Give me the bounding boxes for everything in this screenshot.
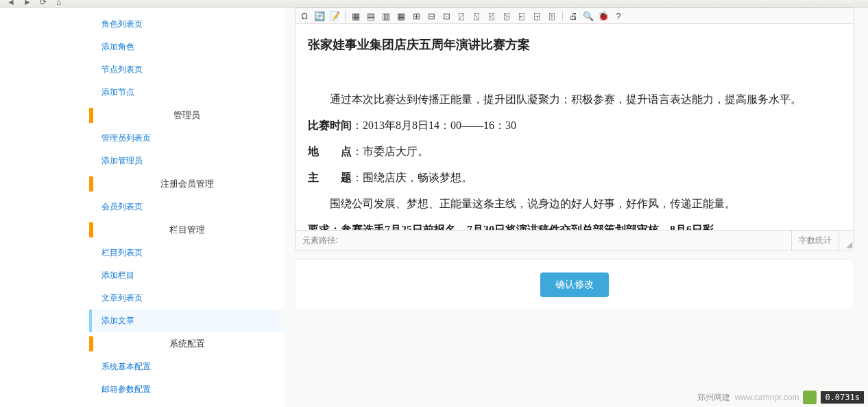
toolbar-button-icon[interactable]: ⍄ bbox=[501, 10, 513, 22]
article-time[interactable]: 比赛时间：2013年8月8日14：00——16：30 bbox=[308, 115, 841, 137]
toolbar-button-icon[interactable]: ⊟ bbox=[425, 10, 437, 22]
editor-toolbar: Ω🔄📝▦▤▥▦⊞⊟⊡⍁⍂⍃⍄⍇⍈⍐🖨🔍🐞? bbox=[296, 8, 854, 24]
sidebar-item[interactable]: 添加管理员 bbox=[89, 150, 285, 172]
word-count[interactable]: 字数统计 bbox=[791, 231, 839, 251]
footer-brand: 郑州网建 www.camnpr.com 0.0731s bbox=[697, 391, 864, 404]
sidebar-item[interactable]: 管理员列表页 bbox=[89, 127, 285, 150]
article-place[interactable]: 地 点：市委店大厅。 bbox=[308, 141, 841, 163]
page-timing: 0.0731s bbox=[821, 391, 864, 404]
editor-content-area[interactable]: 张家娃事业集团店庆五周年演讲比赛方案 通过本次比赛达到传播正能量，提升团队凝聚力… bbox=[296, 24, 854, 230]
element-path[interactable]: 元素路径: bbox=[296, 231, 791, 251]
toolbar-button-icon[interactable]: ▤ bbox=[365, 10, 377, 22]
article-topic[interactable]: 主 题：围绕店庆，畅谈梦想。 bbox=[308, 167, 841, 189]
toolbar-button-icon[interactable]: 🔄 bbox=[313, 10, 326, 22]
sidebar-item[interactable]: 系统基本配置 bbox=[89, 356, 285, 378]
article-req[interactable]: 要求：参赛选手7月25日前报名，7月30日将演讲稿件交到总部策划部审核，8月6日… bbox=[308, 219, 841, 230]
sidebar-item[interactable]: 添加栏目 bbox=[89, 264, 285, 287]
sidebar-item[interactable]: 添加文章 bbox=[89, 310, 285, 332]
sidebar-header-label: 栏目管理 bbox=[169, 224, 205, 235]
sidebar-item[interactable]: 节点列表页 bbox=[89, 58, 285, 81]
sidebar-item[interactable]: 文章列表页 bbox=[89, 287, 285, 310]
toolbar-separator bbox=[345, 11, 346, 21]
toolbar-button-icon[interactable]: Ω bbox=[298, 10, 311, 22]
sidebar-header: 注册会员管理 bbox=[89, 172, 285, 196]
header-bar-icon bbox=[89, 176, 93, 191]
toolbar-button-icon[interactable]: ⊡ bbox=[440, 10, 453, 22]
sidebar-header: 栏目管理 bbox=[89, 218, 285, 242]
brand-logo-icon bbox=[803, 391, 817, 404]
toolbar-button-icon[interactable]: 🖨 bbox=[567, 10, 579, 22]
sidebar-header-label: 注册会员管理 bbox=[160, 178, 214, 189]
toolbar-button-icon[interactable]: ▦ bbox=[350, 10, 362, 22]
header-bar-icon bbox=[89, 222, 93, 237]
back-icon[interactable]: ◄ bbox=[7, 0, 18, 8]
toolbar-button-icon[interactable]: ? bbox=[612, 10, 625, 22]
resize-handle-icon[interactable]: ◢ bbox=[839, 231, 854, 251]
refresh-icon[interactable]: ⟳ bbox=[40, 0, 51, 8]
toolbar-button-icon[interactable]: 🔍 bbox=[582, 10, 594, 22]
article-intro[interactable]: 通过本次比赛达到传播正能量，提升团队凝聚力；积极参赛，提升语言表达能力，提高服务… bbox=[308, 89, 841, 111]
toolbar-button-icon[interactable]: 📝 bbox=[328, 10, 341, 22]
toolbar-button-icon[interactable]: ⍃ bbox=[485, 10, 498, 22]
sidebar-header: 管理员 bbox=[89, 104, 285, 127]
sidebar-header-label: 系统配置 bbox=[169, 338, 205, 349]
sidebar-header-label: 管理员 bbox=[173, 110, 200, 120]
home-icon[interactable]: ⌂ bbox=[56, 0, 67, 8]
browser-top-bar: ◄ ► ⟳ ⌂ bbox=[0, 0, 868, 8]
toolbar-separator bbox=[562, 11, 563, 21]
brand-text: 郑州网建 bbox=[697, 392, 730, 404]
sidebar-item[interactable]: 添加角色 bbox=[89, 36, 285, 58]
rich-text-editor: Ω🔄📝▦▤▥▦⊞⊟⊡⍁⍂⍃⍄⍇⍈⍐🖨🔍🐞? 张家娃事业集团店庆五周年演讲比赛方案… bbox=[295, 8, 854, 251]
submit-button[interactable]: 确认修改 bbox=[540, 272, 609, 297]
article-topic-desc[interactable]: 围绕公司发展、梦想、正能量这条主线，说身边的好人好事，好作风，传递正能量。 bbox=[308, 193, 841, 215]
sidebar-item[interactable]: 会员列表页 bbox=[89, 196, 285, 218]
sidebar: 角色列表页添加角色节点列表页添加节点管理员管理员列表页添加管理员注册会员管理会员… bbox=[0, 8, 285, 407]
sidebar-item[interactable]: 添加节点 bbox=[89, 81, 285, 104]
toolbar-button-icon[interactable]: ⍂ bbox=[470, 10, 483, 22]
toolbar-button-icon[interactable]: ⍐ bbox=[546, 10, 558, 22]
sidebar-header: 系统配置 bbox=[89, 332, 285, 356]
toolbar-button-icon[interactable]: ⍁ bbox=[455, 10, 468, 22]
brand-url: www.camnpr.com bbox=[734, 393, 799, 402]
sidebar-item[interactable]: 角色列表页 bbox=[89, 13, 285, 36]
toolbar-button-icon[interactable]: 🐞 bbox=[597, 10, 610, 22]
toolbar-button-icon[interactable]: ⊞ bbox=[410, 10, 422, 22]
sidebar-item[interactable]: 邮箱参数配置 bbox=[89, 378, 285, 401]
toolbar-button-icon[interactable]: ▥ bbox=[380, 10, 392, 22]
forward-icon[interactable]: ► bbox=[23, 0, 34, 8]
submit-row: 确认修改 bbox=[295, 259, 854, 310]
main-content: Ω🔄📝▦▤▥▦⊞⊟⊡⍁⍂⍃⍄⍇⍈⍐🖨🔍🐞? 张家娃事业集团店庆五周年演讲比赛方案… bbox=[285, 8, 868, 407]
article-title[interactable]: 张家娃事业集团店庆五周年演讲比赛方案 bbox=[308, 32, 841, 57]
editor-footer: 元素路径: 字数统计 ◢ bbox=[296, 230, 854, 251]
toolbar-button-icon[interactable]: ⍈ bbox=[531, 10, 543, 22]
toolbar-button-icon[interactable]: ⍇ bbox=[516, 10, 528, 22]
sidebar-item[interactable]: 栏目列表页 bbox=[89, 242, 285, 264]
header-bar-icon bbox=[89, 108, 93, 123]
toolbar-button-icon[interactable]: ▦ bbox=[395, 10, 407, 22]
header-bar-icon bbox=[89, 336, 93, 351]
